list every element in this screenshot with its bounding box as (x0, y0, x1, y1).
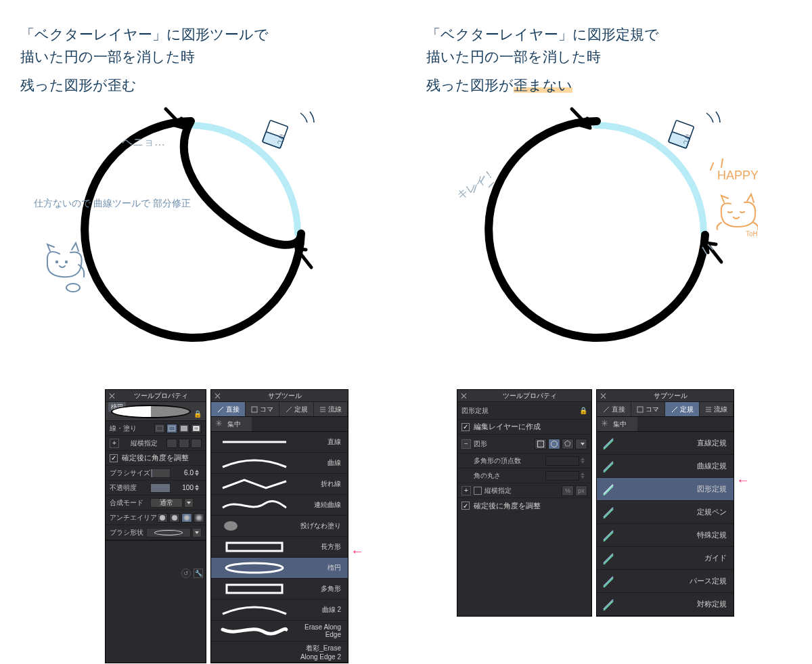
close-icon[interactable] (214, 392, 222, 400)
subtool-item[interactable]: 多角形 (211, 579, 348, 600)
tab-frame[interactable]: コマ (631, 402, 666, 416)
stroke-and-fill[interactable] (191, 424, 202, 433)
subtool-item-shape-ruler[interactable]: 図形定規 (597, 478, 734, 501)
blend-dropdown[interactable]: 通常 (150, 498, 183, 508)
svg-text:ToH.: ToH. (746, 230, 758, 238)
tool-property-panel: ツールプロパティ 楕円 🔒 線・塗り + 縦横指定 (105, 389, 206, 663)
caption-line1: 「ベクターレイヤー」に図形定規で 描いた円の一部を消した時 (426, 24, 710, 68)
subtool-list: 直線定規 曲線定規 図形定規 定規ペン 特殊定規 ガイド パース定規 対称定規 (597, 432, 734, 616)
ruler-icon (602, 598, 614, 611)
panel-title: ツールプロパティ (119, 391, 203, 401)
illustration-right: けし キレイ！ HAPPY！ (433, 105, 758, 376)
subtool-item-ellipse[interactable]: 楕円 (211, 558, 348, 579)
stroke-only[interactable] (166, 424, 177, 433)
aspect-px-icon[interactable]: px (575, 485, 587, 496)
shape-rect[interactable] (535, 439, 547, 449)
subtool-item[interactable]: 曲線 2 (211, 600, 348, 621)
fill-only[interactable] (179, 424, 189, 433)
corner-round-input (545, 471, 579, 481)
ruler-icon (602, 575, 614, 588)
ruler-icon (602, 529, 614, 541)
tab-ruler[interactable]: 定規 (665, 402, 700, 416)
stepper-icon[interactable] (195, 483, 202, 493)
shape-polygon[interactable]: ⬠ (562, 439, 574, 449)
subtool-item[interactable]: 直線 (211, 432, 348, 453)
aa-strong[interactable] (194, 513, 204, 523)
poly-verts-input (545, 456, 579, 466)
illustration-left: けし ヘニョ… 仕方ないので 曲線ツールで 部分修正 (27, 105, 352, 376)
burst-icon (215, 420, 225, 429)
tab-stream[interactable]: 流線 (700, 402, 734, 416)
tab-ruler[interactable]: 定規 (279, 402, 314, 416)
tab-direct[interactable]: 直接 (597, 402, 631, 416)
shape-ellipse[interactable] (548, 439, 560, 449)
expand-icon[interactable]: + (110, 439, 119, 448)
angle-checkbox[interactable] (110, 454, 118, 462)
aa-none[interactable] (157, 513, 168, 523)
subtool-item[interactable]: 着彩_Erase Along Edge 2 (211, 642, 348, 663)
close-icon[interactable] (600, 392, 608, 400)
tab-focus[interactable]: 集中 (211, 417, 252, 431)
create-on-layer-checkbox[interactable] (461, 423, 470, 431)
subtool-item[interactable]: Erase Along Edge (211, 621, 348, 642)
tab-stream[interactable]: 流線 (314, 402, 348, 416)
svg-point-11 (224, 521, 238, 531)
close-icon[interactable] (108, 392, 116, 400)
aspect-pct-icon[interactable]: % (562, 485, 574, 496)
expand-icon[interactable]: + (461, 486, 471, 495)
subtool-item[interactable]: 直線定規 (597, 432, 734, 455)
subtool-item[interactable]: 曲線 (211, 453, 348, 474)
lock-icon[interactable]: 🔒 (579, 407, 587, 414)
svg-text:HAPPY！: HAPPY！ (717, 169, 758, 182)
svg-line-21 (604, 407, 609, 412)
panel-title: ツールプロパティ (471, 391, 589, 401)
svg-point-13 (226, 563, 283, 573)
close-icon[interactable] (460, 392, 468, 400)
ellipse-preview (111, 405, 191, 418)
aspect-off[interactable] (166, 439, 177, 448)
reset-icon[interactable]: ↺ (181, 569, 191, 578)
angle-checkbox[interactable] (461, 502, 470, 510)
pointer-arrow (351, 544, 364, 559)
aa-weak[interactable] (169, 513, 180, 523)
subtool-item[interactable]: 対称定規 (597, 593, 734, 616)
subtool-item[interactable]: 定規ペン (597, 501, 734, 524)
ruler-icon (602, 506, 614, 518)
stepper-icon[interactable] (195, 468, 202, 478)
brushsize-slider[interactable] (150, 468, 171, 478)
subtool-item[interactable]: 特殊定規 (597, 524, 734, 547)
aspect-px[interactable] (191, 439, 202, 448)
panel-title: サブツール (610, 391, 731, 401)
subtool-item[interactable]: 長方形 (211, 537, 348, 558)
subtool-item[interactable]: 連続曲線 (211, 495, 348, 516)
subtool-item[interactable]: 折れ線 (211, 474, 348, 495)
fill-none[interactable] (154, 424, 165, 433)
svg-line-8 (218, 407, 223, 412)
brushshape-preview[interactable] (146, 528, 191, 537)
aspect-wh[interactable] (179, 439, 189, 448)
tab-focus[interactable]: 集中 (597, 417, 637, 431)
subtool-item[interactable]: パース定規 (597, 570, 734, 593)
shape-more[interactable] (575, 439, 587, 449)
collapse-icon[interactable]: − (461, 439, 471, 449)
svg-text:仕方ないので
曲線ツールで
部分修正: 仕方ないので 曲線ツールで 部分修正 (33, 198, 191, 208)
subtool-item[interactable]: 投げなわ塗り (211, 516, 348, 537)
opacity-value: 100 (171, 484, 194, 491)
tab-frame[interactable]: コマ (246, 402, 280, 416)
poly-verts-label: 多角形の頂点数 (461, 456, 521, 466)
svg-text:ヘニョ…: ヘニョ… (122, 136, 165, 148)
subtool-item[interactable]: ガイド (597, 547, 734, 570)
dropdown-icon[interactable] (184, 498, 194, 508)
svg-rect-22 (637, 407, 643, 412)
dropdown-icon[interactable] (192, 528, 202, 537)
wrench-icon[interactable]: 🔧 (194, 569, 203, 578)
opacity-slider[interactable] (150, 483, 171, 493)
tab-direct[interactable]: 直接 (211, 402, 246, 416)
aa-mid[interactable] (181, 513, 192, 523)
lock-icon[interactable]: 🔒 (194, 410, 202, 418)
subtool-item[interactable]: 曲線定規 (597, 455, 734, 478)
aspect-checkbox[interactable] (474, 487, 482, 495)
svg-rect-14 (227, 585, 282, 593)
stepper-icon (581, 456, 587, 466)
svg-point-5 (56, 261, 58, 263)
